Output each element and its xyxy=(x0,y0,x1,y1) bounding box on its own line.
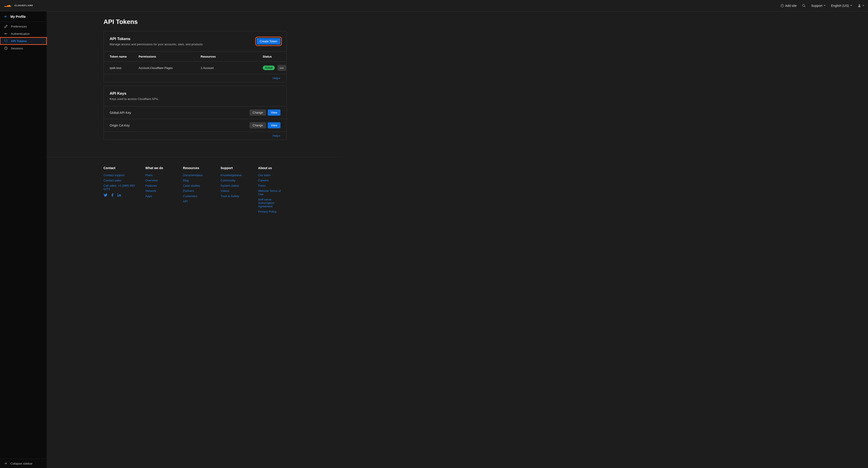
sidebar-item-label: Authentication xyxy=(11,32,30,35)
sidebar: My Profile Preferences Authentication xyxy=(0,11,46,468)
footer-link[interactable]: Our team xyxy=(258,173,287,177)
create-token-button[interactable]: Create Token xyxy=(256,38,280,45)
view-button[interactable]: View xyxy=(268,122,280,128)
card-subtitle: Manage access and permissions for your a… xyxy=(110,42,203,46)
svg-point-0 xyxy=(803,4,805,6)
footer-link[interactable]: Network xyxy=(145,189,174,193)
footer-link[interactable]: Knowledgebase xyxy=(221,173,249,177)
sidebar-header: My Profile xyxy=(0,11,46,22)
footer-link[interactable]: Plans xyxy=(145,173,174,177)
key-label: Origin CA Key xyxy=(110,124,130,127)
footer-link[interactable]: Careers xyxy=(258,179,287,182)
user-menu[interactable] xyxy=(858,4,864,7)
collapse-sidebar-button[interactable]: Collapse sidebar xyxy=(0,459,46,468)
footer-link[interactable]: Self-serve Subscription Agreement xyxy=(258,198,287,208)
footer-link[interactable]: Call sales: +1 (888) 993 5273 xyxy=(103,184,136,191)
key-label: Global API Key xyxy=(110,111,131,115)
header-actions: + Add site Support English (US) xyxy=(781,4,864,7)
svg-line-1 xyxy=(804,6,805,7)
table-header: Token name Permissions Resources Status xyxy=(104,52,286,62)
change-button[interactable]: Change xyxy=(250,110,266,116)
linkedin-icon[interactable] xyxy=(117,193,121,197)
footer-link[interactable]: Privacy Policy xyxy=(258,210,287,213)
token-actions-menu[interactable]: ••• xyxy=(278,65,286,71)
support-label: Support xyxy=(811,4,822,7)
language-dropdown[interactable]: English (US) xyxy=(831,4,852,7)
card-header: API Tokens Manage access and permissions… xyxy=(104,31,286,52)
svg-point-5 xyxy=(5,33,6,34)
help-link[interactable]: Help ▸ xyxy=(273,134,280,138)
key-row: Global API Key Change View xyxy=(104,106,286,119)
add-site-button[interactable]: + Add site xyxy=(781,4,797,7)
token-permissions: Account.Cloudflare Pages xyxy=(138,66,200,70)
collapse-label: Collapse sidebar xyxy=(10,462,33,465)
key-icon xyxy=(4,32,8,35)
facebook-icon[interactable] xyxy=(110,193,115,197)
footer-col-resources: Resources Documentation Blog Case studie… xyxy=(183,166,211,215)
language-label: English (US) xyxy=(831,4,849,7)
footer-col-what-we-do: What we do Plans Overview Features Netwo… xyxy=(145,166,174,215)
add-site-label: Add site xyxy=(785,4,797,7)
card-footer: Help ▸ xyxy=(104,131,286,140)
footer-link[interactable]: Documentation xyxy=(183,173,211,177)
clock-icon xyxy=(4,47,8,50)
footer-heading: What we do xyxy=(145,166,174,170)
footer-link[interactable]: Overview xyxy=(145,179,174,182)
dots-icon: ••• xyxy=(280,66,284,70)
footer-link[interactable]: Features xyxy=(145,184,174,187)
sidebar-nav: Preferences Authentication API Tokens xyxy=(0,22,46,52)
footer-link[interactable]: Blog xyxy=(183,179,211,182)
footer: Contact Contact support Contact sales Ca… xyxy=(46,157,343,224)
footer-heading: Resources xyxy=(183,166,211,170)
card-footer: Help ▸ xyxy=(104,74,286,82)
main-content: API Tokens API Tokens Manage access and … xyxy=(46,11,343,468)
sidebar-item-preferences[interactable]: Preferences xyxy=(0,23,46,30)
plus-circle-icon: + xyxy=(781,4,784,7)
caret-right-icon: ▸ xyxy=(279,134,280,137)
token-name: qwik-test xyxy=(110,66,138,70)
footer-link[interactable]: Trust & Safety xyxy=(221,195,249,198)
search-icon[interactable] xyxy=(802,4,806,7)
status-badge: Active xyxy=(263,65,275,70)
sidebar-item-label: API Tokens xyxy=(11,39,27,43)
card-title: API Tokens xyxy=(110,37,203,41)
sidebar-item-authentication[interactable]: Authentication xyxy=(0,30,46,37)
sidebar-item-api-tokens[interactable]: API Tokens xyxy=(0,37,46,45)
caret-down-icon xyxy=(863,5,864,6)
footer-link[interactable]: Partners xyxy=(183,189,211,193)
caret-right-icon: ▸ xyxy=(279,77,280,80)
top-header: CLOUDFLARE + Add site Support English (U… xyxy=(0,0,868,11)
card-title: API Keys xyxy=(110,91,159,96)
footer-link[interactable]: Community xyxy=(221,179,249,182)
collapse-icon xyxy=(4,462,8,465)
footer-link[interactable]: Case studies xyxy=(183,184,211,187)
footer-link[interactable]: Videos xyxy=(221,189,249,193)
back-arrow-icon[interactable] xyxy=(4,15,8,19)
footer-link[interactable]: API xyxy=(183,200,211,203)
twitter-icon[interactable] xyxy=(103,193,107,197)
caret-down-icon xyxy=(850,5,852,6)
view-button[interactable]: View xyxy=(268,110,280,116)
footer-link[interactable]: Website Terms of Use xyxy=(258,189,287,196)
sidebar-item-sessions[interactable]: Sessions xyxy=(0,45,46,52)
api-keys-card: API Keys Keys used to access Cloudflare … xyxy=(103,86,287,140)
card-header: API Keys Keys used to access Cloudflare … xyxy=(104,86,286,106)
footer-link[interactable]: Contact sales xyxy=(103,179,136,182)
token-resources: 1 Account xyxy=(200,66,263,70)
table-row: qwik-test Account.Cloudflare Pages 1 Acc… xyxy=(104,62,286,74)
api-tokens-card: API Tokens Manage access and permissions… xyxy=(103,31,287,82)
pencil-icon xyxy=(4,25,8,28)
change-button[interactable]: Change xyxy=(250,122,266,128)
footer-link[interactable]: Contact support xyxy=(103,173,136,177)
footer-link[interactable]: Press xyxy=(258,184,287,187)
help-link[interactable]: Help ▸ xyxy=(273,77,280,80)
cloud-logo-icon xyxy=(4,3,13,8)
card-subtitle: Keys used to access Cloudflare APIs. xyxy=(110,97,159,100)
footer-link[interactable]: System status xyxy=(221,184,249,187)
footer-link[interactable]: Apps xyxy=(145,195,174,198)
footer-col-about: About us Our team Careers Press Website … xyxy=(258,166,287,215)
footer-link[interactable]: Customers xyxy=(183,195,211,198)
col-header-resources: Resources xyxy=(200,55,263,58)
support-dropdown[interactable]: Support xyxy=(811,4,826,7)
cloudflare-logo[interactable]: CLOUDFLARE xyxy=(4,3,33,8)
